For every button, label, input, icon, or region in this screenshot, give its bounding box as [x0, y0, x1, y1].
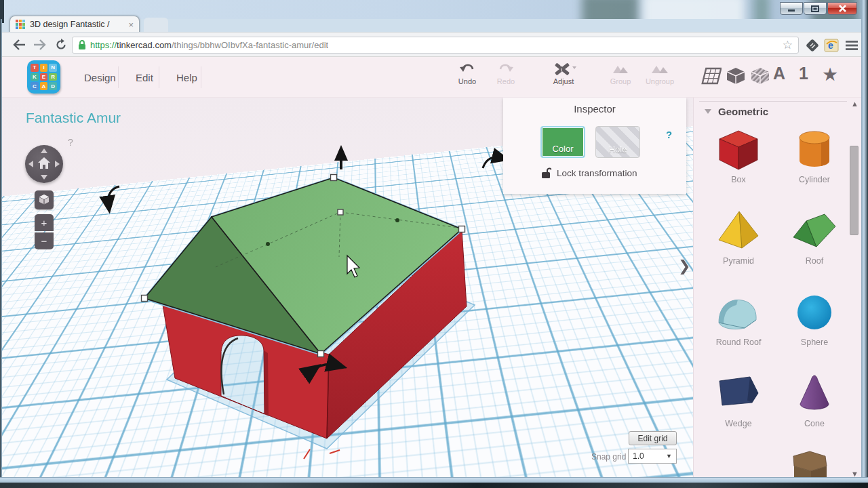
- pan-up-icon[interactable]: [41, 148, 47, 153]
- tab-close-icon[interactable]: ×: [128, 20, 134, 29]
- round-roof-shape-icon: [713, 290, 764, 335]
- scale-handle[interactable]: [142, 296, 148, 302]
- redo-button[interactable]: Redo: [487, 62, 525, 94]
- browser-menu-button[interactable]: [842, 36, 861, 54]
- shapes-sidebar: ▲ ▼ Geometric Box Cyli: [693, 98, 861, 477]
- hole-shape-icon[interactable]: [750, 66, 770, 85]
- snap-grid-select[interactable]: 1.0 ▼: [628, 449, 677, 464]
- forward-button[interactable]: [31, 35, 50, 54]
- rotate-handle[interactable]: [108, 186, 119, 205]
- shape-sphere[interactable]: Sphere: [776, 290, 852, 354]
- panel-expand-chevron[interactable]: ❯: [678, 258, 690, 275]
- home-view-icon[interactable]: [38, 157, 50, 169]
- redo-icon: [498, 62, 514, 76]
- shape-box[interactable]: Box: [701, 127, 776, 191]
- minimize-button[interactable]: [780, 2, 803, 15]
- restore-icon: [811, 5, 819, 12]
- height-handle[interactable]: [338, 209, 343, 215]
- workplane-grid-icon: [700, 66, 722, 85]
- section-label: Geometric: [718, 106, 768, 117]
- adjust-button[interactable]: Adjust: [545, 62, 583, 94]
- browser-tab[interactable]: 3D design Fantastic / ×: [9, 16, 140, 33]
- raise-handle[interactable]: [334, 145, 348, 169]
- scroll-up-icon[interactable]: ▲: [851, 100, 859, 108]
- shape-round-roof[interactable]: Round Roof: [701, 290, 776, 354]
- edit-grid-button[interactable]: Edit grid: [629, 431, 677, 445]
- tinkercad-favicon: [16, 20, 25, 29]
- diamond-extension-icon: [804, 37, 821, 54]
- design-title[interactable]: Fantastic Amur: [26, 110, 121, 126]
- extension-icon-diamond[interactable]: [803, 36, 821, 54]
- undo-icon: [459, 62, 475, 76]
- wedge-shape-icon: [713, 371, 764, 416]
- rotate-handle[interactable]: [483, 157, 501, 168]
- grid-tick: [330, 450, 340, 453]
- snap-grid-label: Snap grid: [591, 452, 626, 462]
- url-scheme: https://: [90, 40, 117, 50]
- scale-handle[interactable]: [318, 351, 324, 357]
- url-text: https://tinkercad.com/things/bbhwOIbvfXa…: [90, 40, 328, 50]
- 3d-viewport[interactable]: Fantastic Amur ? + − ❯ Inspector Color H…: [0, 98, 693, 477]
- section-geometric[interactable]: Geometric: [705, 106, 768, 117]
- help-icon[interactable]: ?: [68, 137, 73, 148]
- tinkercad-logo[interactable]: TIN KER CAD: [27, 60, 60, 94]
- new-tab-button[interactable]: [144, 18, 168, 33]
- text-tool-icon[interactable]: A: [773, 64, 785, 83]
- dropdown-caret-icon: ▼: [666, 453, 672, 460]
- collapse-triangle-icon: [705, 109, 711, 114]
- close-icon: [838, 5, 847, 12]
- zoom-controls: + −: [35, 214, 54, 249]
- lock-transformation[interactable]: Lock transformation: [541, 167, 637, 179]
- zoom-out-button[interactable]: −: [35, 232, 54, 249]
- scroll-down-icon[interactable]: ▼: [851, 470, 859, 477]
- group-icon: [612, 62, 629, 76]
- menu-separator: [201, 66, 201, 88]
- ungroup-button[interactable]: Ungroup: [641, 62, 679, 94]
- forward-icon: [33, 39, 47, 50]
- zoom-in-button[interactable]: +: [35, 214, 54, 231]
- back-button[interactable]: [9, 35, 28, 54]
- minimize-icon: [787, 5, 795, 12]
- shape-cone[interactable]: Cone: [776, 371, 852, 435]
- address-bar[interactable]: https://tinkercad.com/things/bbhwOIbvfXa…: [72, 37, 799, 54]
- box-shape-icon: [713, 127, 764, 172]
- close-button[interactable]: [827, 2, 857, 15]
- number-tool-icon[interactable]: 1: [799, 64, 808, 83]
- roof-shape-icon: [789, 209, 840, 253]
- snap-grid-value: 1.0: [633, 451, 644, 461]
- inspector-help-icon[interactable]: ?: [666, 129, 672, 140]
- menu-edit[interactable]: Edit: [126, 57, 163, 98]
- shape-roof[interactable]: Roof: [776, 209, 852, 272]
- bookmark-star-icon[interactable]: ☆: [783, 38, 793, 52]
- pan-left-icon[interactable]: [28, 161, 33, 167]
- scale-handle[interactable]: [331, 175, 337, 181]
- view-navigation-control[interactable]: [25, 145, 63, 183]
- shape-hexprism-partial[interactable]: [785, 449, 835, 477]
- inspector-panel: Inspector Color Hole ? Lock transformati…: [503, 98, 686, 194]
- fit-view-button[interactable]: [35, 190, 54, 209]
- inspector-title: Inspector: [503, 103, 686, 115]
- favorites-star-icon[interactable]: ★: [822, 64, 838, 85]
- undo-button[interactable]: Undo: [448, 62, 486, 94]
- solid-cube-icon: [726, 66, 746, 85]
- hole-swatch[interactable]: Hole: [595, 126, 640, 158]
- wallpaper-streak: [643, 0, 745, 19]
- refresh-button[interactable]: [52, 35, 71, 54]
- workplane-tool-icon[interactable]: [700, 66, 722, 85]
- solid-shape-icon[interactable]: [726, 66, 746, 85]
- padlock-icon: [78, 40, 86, 50]
- shape-wedge[interactable]: Wedge: [701, 371, 776, 435]
- color-swatch[interactable]: Color: [540, 126, 585, 158]
- shape-paraboloid-partial[interactable]: [709, 465, 759, 477]
- maximize-button[interactable]: [804, 2, 827, 15]
- extension-icon-ie-tab[interactable]: e: [822, 36, 840, 54]
- app-header: TIN KER CAD Design Edit Help Undo Redo: [0, 57, 868, 98]
- shape-pyramid[interactable]: Pyramid: [701, 209, 776, 272]
- scale-handle[interactable]: [459, 226, 465, 232]
- pan-right-icon[interactable]: [55, 161, 60, 167]
- pan-down-icon[interactable]: [41, 175, 47, 180]
- adjust-icon: [550, 62, 577, 76]
- ungroup-icon: [651, 62, 669, 76]
- shape-cylinder[interactable]: Cylinder: [776, 127, 852, 191]
- group-button[interactable]: Group: [601, 62, 639, 94]
